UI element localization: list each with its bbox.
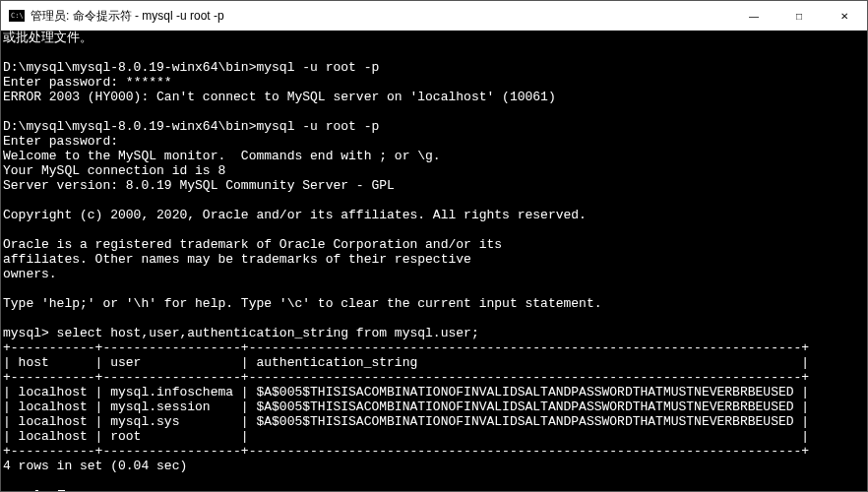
mysql-prompt-current[interactable]: mysql> — [3, 488, 65, 491]
password-mask: ****** — [126, 75, 172, 90]
shell-prompt: D:\mysql\mysql-8.0.19-winx64\bin> — [3, 119, 256, 134]
close-icon: ✕ — [840, 11, 848, 22]
shell-prompt: D:\mysql\mysql-8.0.19-winx64\bin> — [3, 60, 256, 75]
table-border: +-----------+------------------+--------… — [3, 370, 809, 385]
trademark-line: Oracle is a registered trademark of Orac… — [3, 237, 502, 252]
shell-command: mysql -u root -p — [256, 60, 379, 75]
shell-command: mysql -u root -p — [256, 119, 379, 134]
cmd-icon: C:\ — [9, 10, 25, 22]
window-title: 管理员: 命令提示符 - mysql -u root -p — [31, 8, 224, 25]
maximize-button[interactable]: □ — [776, 1, 822, 31]
cmd-window: C:\ 管理员: 命令提示符 - mysql -u root -p — □ ✕ … — [0, 0, 868, 492]
table-header: | host | user | authentication_string | — [3, 355, 809, 370]
table-row: | localhost | mysql.session | $A$005$THI… — [3, 400, 809, 414]
maximize-icon: □ — [796, 11, 802, 22]
sql-query: select host,user,authentication_string f… — [57, 326, 479, 340]
trademark-line: affiliates. Other names may be trademark… — [3, 252, 471, 267]
connection-id-line: Your MySQL connection id is 8 — [3, 163, 225, 178]
copyright-line: Copyright (c) 2000, 2020, Oracle and/or … — [3, 208, 587, 222]
svg-text:C:\: C:\ — [11, 12, 24, 20]
help-hint-line: Type 'help;' or '\h' for help. Type '\c'… — [3, 296, 602, 311]
server-version-line: Server version: 8.0.19 MySQL Community S… — [3, 178, 395, 193]
minimize-button[interactable]: — — [731, 1, 776, 31]
titlebar[interactable]: C:\ 管理员: 命令提示符 - mysql -u root -p — □ ✕ — [1, 1, 867, 31]
table-row: | localhost | mysql.infoschema | $A$005$… — [3, 385, 809, 400]
password-label: Enter password: — [3, 75, 126, 90]
table-row: | localhost | mysql.sys | $A$005$THISISA… — [3, 414, 809, 429]
table-border: +-----------+------------------+--------… — [3, 444, 809, 459]
window-controls: — □ ✕ — [731, 1, 867, 31]
password-label: Enter password: — [3, 134, 118, 149]
rows-summary: 4 rows in set (0.04 sec) — [3, 459, 187, 473]
terminal-output[interactable]: 或批处理文件。 D:\mysql\mysql-8.0.19-winx64\bin… — [1, 31, 867, 491]
table-row: | localhost | root | | — [3, 429, 809, 444]
mysql-prompt: mysql> — [3, 326, 57, 340]
trademark-line: owners. — [3, 267, 57, 281]
mysql-error: ERROR 2003 (HY000): Can't connect to MyS… — [3, 90, 556, 104]
table-border: +-----------+------------------+--------… — [3, 340, 809, 355]
welcome-line: Welcome to the MySQL monitor. Commands e… — [3, 149, 441, 163]
minimize-icon: — — [749, 11, 759, 22]
close-button[interactable]: ✕ — [822, 1, 867, 31]
partial-prev-output: 或批处理文件。 — [3, 31, 93, 45]
